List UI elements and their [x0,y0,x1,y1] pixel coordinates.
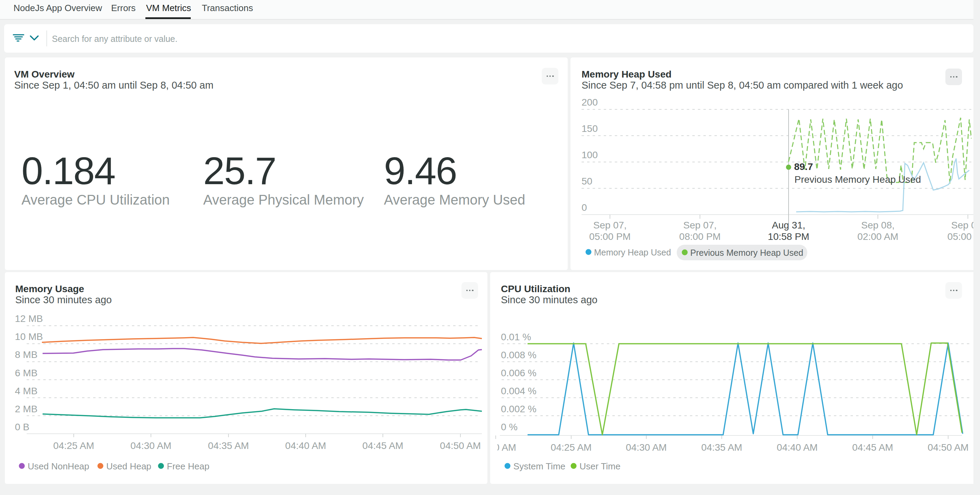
svg-text:Free Heap: Free Heap [167,461,210,471]
svg-text:10:58 PM: 10:58 PM [768,231,809,242]
svg-text:0.004 %: 0.004 % [501,386,536,396]
svg-text:04:50 AM: 04:50 AM [440,440,481,451]
svg-text:Used NonHeap: Used NonHeap [28,461,89,471]
svg-text:10 MB: 10 MB [15,331,43,342]
svg-text:4 MB: 4 MB [15,386,37,396]
svg-text:2 MB: 2 MB [15,404,37,414]
svg-text:Sep 07,: Sep 07, [593,220,627,231]
svg-text:150: 150 [582,123,598,134]
svg-text:04:20 AM: 04:20 AM [475,442,516,453]
svg-text:System Time: System Time [513,461,565,471]
svg-text:8 MB: 8 MB [15,349,37,360]
svg-text:04:40 AM: 04:40 AM [285,440,326,451]
svg-text:04:45 AM: 04:45 AM [363,440,403,451]
svg-text:Sep 08,: Sep 08, [861,220,895,231]
svg-text:User Time: User Time [579,461,620,471]
svg-text:0 %: 0 % [501,422,517,432]
svg-text:04:30 AM: 04:30 AM [130,440,171,451]
svg-text:04:45 AM: 04:45 AM [852,442,893,453]
svg-text:04:25 AM: 04:25 AM [53,440,94,451]
svg-text:02:00 AM: 02:00 AM [858,231,898,242]
svg-text:04:25 AM: 04:25 AM [551,442,592,453]
svg-text:0: 0 [582,202,587,213]
svg-text:Sep 07,: Sep 07, [683,220,717,231]
svg-text:0 B: 0 B [15,422,29,432]
svg-text:0.01 %: 0.01 % [501,332,531,342]
svg-text:89.7: 89.7 [794,161,813,172]
svg-text:05:00 PM: 05:00 PM [589,231,631,242]
svg-text:0.008 %: 0.008 % [501,350,536,360]
svg-text:04:40 AM: 04:40 AM [777,442,818,453]
svg-text:04:30 AM: 04:30 AM [626,442,667,453]
svg-text:0.006 %: 0.006 % [501,368,536,378]
svg-text:Previous Memory Heap Used: Previous Memory Heap Used [690,248,803,258]
svg-text:100: 100 [582,150,598,160]
svg-text:6 MB: 6 MB [15,368,37,378]
svg-text:12 MB: 12 MB [15,313,43,324]
svg-text:200: 200 [582,97,598,108]
svg-text:04:50 AM: 04:50 AM [928,442,969,453]
svg-text:Previous Memory Heap Used: Previous Memory Heap Used [794,174,921,185]
svg-text:50: 50 [582,176,592,186]
svg-text:04:35 AM: 04:35 AM [208,440,249,451]
svg-text:04:35 AM: 04:35 AM [702,442,742,453]
svg-text:0.002 %: 0.002 % [501,404,536,414]
svg-text:Memory Heap Used: Memory Heap Used [594,247,671,257]
svg-text:Used Heap: Used Heap [106,461,151,471]
svg-text:08:00 PM: 08:00 PM [679,231,721,242]
